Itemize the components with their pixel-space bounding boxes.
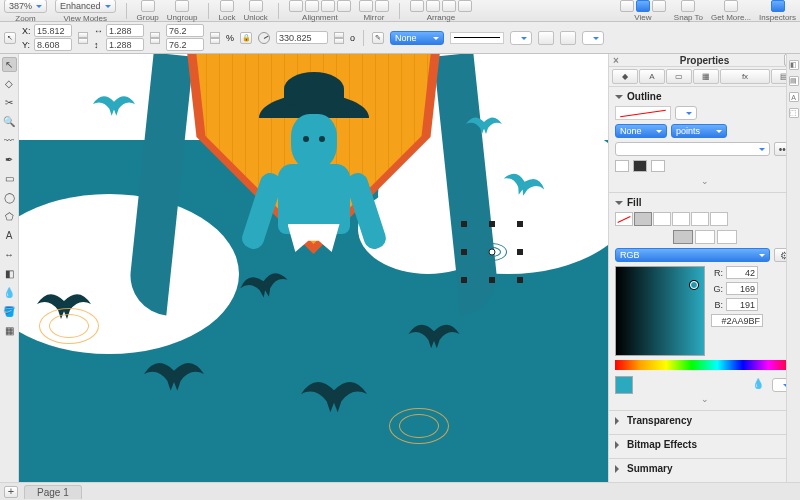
polygon-tool[interactable]: ⬠ xyxy=(2,209,17,224)
docker-tab[interactable]: ⬚ xyxy=(789,108,799,118)
docker-tab[interactable]: ◧ xyxy=(789,60,799,70)
corner-bevel-button[interactable] xyxy=(651,160,665,172)
fill-overprint-button[interactable] xyxy=(717,230,737,244)
selection-handle[interactable] xyxy=(461,221,467,227)
y-input[interactable]: 8.608 xyxy=(34,38,72,51)
transparency-tool[interactable]: ▦ xyxy=(2,323,17,338)
corner-miter-button[interactable] xyxy=(615,160,629,172)
text-tool[interactable]: A xyxy=(2,228,17,243)
b-input[interactable]: 191 xyxy=(726,298,758,311)
selection-handle[interactable] xyxy=(461,277,467,283)
viewmodes-select[interactable]: Enhanced xyxy=(55,0,116,13)
rectangle-tool[interactable]: ▭ xyxy=(2,171,17,186)
more-options-select[interactable] xyxy=(582,31,604,45)
shadow-tool[interactable]: ◧ xyxy=(2,266,17,281)
section-collapse-icon[interactable]: ⌄ xyxy=(615,176,794,186)
tab-layout[interactable]: ▭ xyxy=(666,69,692,84)
stroke-preview[interactable] xyxy=(450,32,504,44)
pen-icon[interactable]: ✎ xyxy=(372,32,384,44)
docker-tab[interactable]: A xyxy=(789,92,799,102)
transparency-title[interactable]: Transparency xyxy=(615,415,794,426)
fill-fountain-button[interactable] xyxy=(653,212,671,226)
group-button[interactable] xyxy=(141,0,155,12)
inspectors-button[interactable] xyxy=(771,0,785,12)
hue-slider[interactable] xyxy=(615,360,794,370)
color-model-select[interactable]: RGB xyxy=(615,248,770,262)
fill-tool[interactable]: 🪣 xyxy=(2,304,17,319)
align-button[interactable] xyxy=(305,0,319,12)
selection-handle[interactable] xyxy=(517,221,523,227)
dimension-tool[interactable]: ↔ xyxy=(2,247,17,262)
mirror-v-button[interactable] xyxy=(375,0,389,12)
close-panel-icon[interactable]: × xyxy=(613,55,619,66)
freehand-tool[interactable]: 〰 xyxy=(2,133,17,148)
section-collapse-icon[interactable]: ⌄ xyxy=(615,394,794,404)
arrange-back-button[interactable] xyxy=(458,0,472,12)
tab-text[interactable]: A xyxy=(639,69,665,84)
fill-uniform-button[interactable] xyxy=(634,212,652,226)
lock-button[interactable] xyxy=(220,0,234,12)
snapto-button[interactable] xyxy=(681,0,695,12)
selection-handle[interactable] xyxy=(517,249,523,255)
fill-pattern-button[interactable] xyxy=(672,212,690,226)
summary-title[interactable]: Summary xyxy=(615,463,794,474)
fill-title[interactable]: Fill xyxy=(615,197,794,208)
fill-none-button[interactable] xyxy=(615,212,633,226)
r-input[interactable]: 42 xyxy=(726,266,758,279)
cursor-icon[interactable]: ↖ xyxy=(4,32,16,44)
page-tab[interactable]: Page 1 xyxy=(24,485,82,499)
outline-preview[interactable] xyxy=(615,106,671,120)
fill-winding-button[interactable] xyxy=(695,230,715,244)
wrap-button[interactable] xyxy=(538,31,554,45)
outline-title[interactable]: Outline xyxy=(615,91,794,102)
selection-box[interactable] xyxy=(464,224,520,280)
align-button[interactable] xyxy=(289,0,303,12)
shape-tool[interactable]: ◇ xyxy=(2,76,17,91)
g-input[interactable]: 169 xyxy=(726,282,758,295)
arrange-front-button[interactable] xyxy=(410,0,424,12)
crop-tool[interactable]: ✂ xyxy=(2,95,17,110)
view-button-active[interactable] xyxy=(636,0,650,12)
x-input[interactable]: 15.812 xyxy=(34,24,72,37)
xy-stepper[interactable] xyxy=(78,32,88,44)
ph-input[interactable]: 76.2 xyxy=(166,38,204,51)
eyedropper-icon[interactable]: 💧 xyxy=(752,378,766,392)
eyedropper-tool[interactable]: 💧 xyxy=(2,285,17,300)
tab-page[interactable]: ▦ xyxy=(693,69,719,84)
arrange-backward-button[interactable] xyxy=(442,0,456,12)
selection-handle[interactable] xyxy=(461,249,467,255)
docker-tab[interactable]: ▤ xyxy=(789,76,799,86)
current-color-swatch[interactable] xyxy=(615,376,633,394)
arrange-forward-button[interactable] xyxy=(426,0,440,12)
rotation-input[interactable]: 330.825 xyxy=(276,31,328,44)
stroke-style-select[interactable]: None xyxy=(390,31,444,45)
align-button[interactable] xyxy=(337,0,351,12)
add-page-button[interactable]: + xyxy=(4,486,18,498)
align-button[interactable] xyxy=(321,0,335,12)
corner-round-button[interactable] xyxy=(633,160,647,172)
selection-handle[interactable] xyxy=(517,277,523,283)
tab-effects[interactable]: fx xyxy=(720,69,770,84)
mirror-h-button[interactable] xyxy=(359,0,373,12)
outline-units-select[interactable]: points xyxy=(671,124,727,138)
tab-object[interactable]: ◆ xyxy=(612,69,638,84)
pen-tool[interactable]: ✒ xyxy=(2,152,17,167)
h-input[interactable]: 1.288 xyxy=(106,38,144,51)
fill-texture-button[interactable] xyxy=(691,212,709,226)
pw-input[interactable]: 76.2 xyxy=(166,24,204,37)
selection-handle[interactable] xyxy=(489,277,495,283)
zoom-tool[interactable]: 🔍 xyxy=(2,114,17,129)
stroke-width-select[interactable] xyxy=(510,31,532,45)
pct-stepper[interactable] xyxy=(210,32,220,44)
outline-preview-select[interactable] xyxy=(675,106,697,120)
fill-postscript-button[interactable] xyxy=(710,212,728,226)
outline-dash-select[interactable] xyxy=(615,142,770,156)
canvas[interactable] xyxy=(19,54,608,482)
view-button[interactable] xyxy=(620,0,634,12)
wh-stepper[interactable] xyxy=(150,32,160,44)
bitmap-title[interactable]: Bitmap Effects xyxy=(615,439,794,450)
lock-aspect-icon[interactable]: 🔒 xyxy=(240,32,252,44)
w-input[interactable]: 1.288 xyxy=(106,24,144,37)
view-button[interactable] xyxy=(652,0,666,12)
ellipse-tool[interactable]: ◯ xyxy=(2,190,17,205)
